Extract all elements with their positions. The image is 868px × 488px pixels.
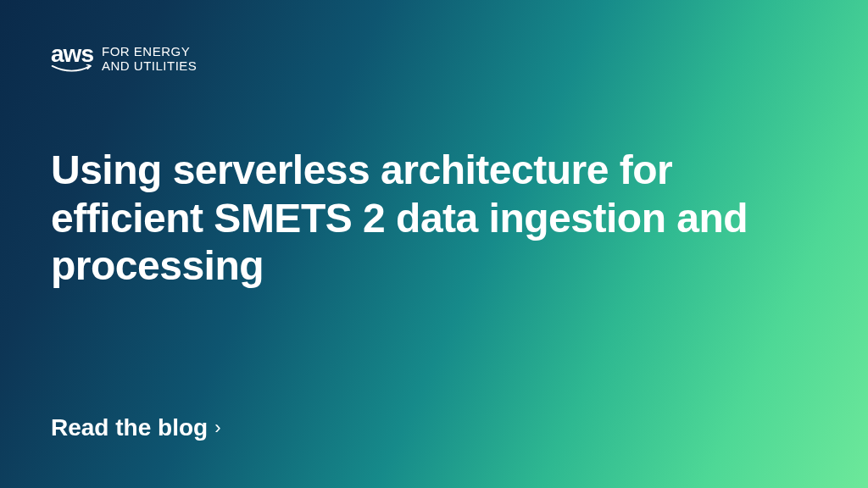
- logo-subtitle-line2: AND UTILITIES: [102, 58, 197, 73]
- logo-subtitle: FOR ENERGY AND UTILITIES: [102, 44, 197, 74]
- aws-brand-text: aws: [51, 42, 93, 66]
- logo-subtitle-line1: FOR ENERGY: [102, 44, 197, 58]
- logo-section: aws FOR ENERGY AND UTILITIES: [51, 42, 817, 75]
- aws-logo: aws: [51, 42, 93, 75]
- chevron-right-icon: ›: [214, 417, 220, 439]
- headline: Using serverless architecture for effici…: [51, 147, 788, 291]
- read-blog-link[interactable]: Read the blog ›: [51, 414, 220, 441]
- promo-banner: aws FOR ENERGY AND UTILITIES Using serve…: [0, 0, 868, 488]
- aws-smile-icon: [51, 64, 93, 75]
- cta-label: Read the blog: [51, 414, 208, 441]
